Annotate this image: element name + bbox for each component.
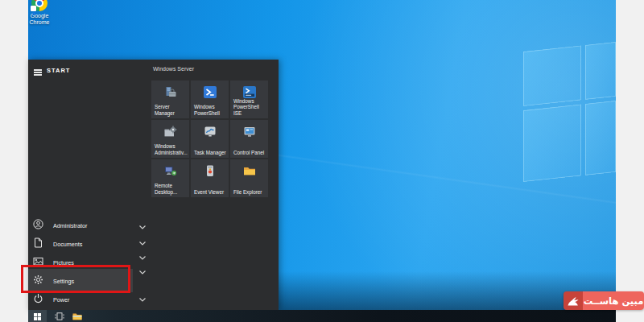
taskbar <box>28 310 616 322</box>
remote-desktop-icon <box>163 164 177 181</box>
gear-icon <box>33 274 43 288</box>
tile-file-explorer[interactable]: File Explorer <box>230 159 268 197</box>
rail-item-label: Pictures <box>53 259 74 266</box>
task-manager-icon <box>203 125 217 142</box>
logo-pane <box>523 104 581 182</box>
power-icon <box>33 292 43 307</box>
tile-windows-administrative-tools[interactable]: WindowsAdministrativ... <box>151 120 189 158</box>
file-explorer-icon <box>72 309 82 322</box>
windows-logo-wallpaper <box>523 42 616 182</box>
start-menu: START Windows Server Server Manager Wind… <box>28 60 279 310</box>
tile-group-title: Windows Server <box>153 66 194 72</box>
tile-windows-powershell[interactable]: WindowsPowerShell <box>191 80 229 118</box>
tile-label: Task Manager <box>194 150 227 155</box>
file-explorer-icon <box>242 164 256 181</box>
shortcut-arrow-icon <box>31 6 36 11</box>
logo-pane <box>585 101 616 175</box>
tile-server-manager[interactable]: Server Manager <box>151 80 189 118</box>
tile-label: WindowsPowerShell <box>194 104 227 116</box>
tile-label: WindowsAdministrativ... <box>155 143 188 155</box>
file-explorer-taskbar-button[interactable] <box>68 310 86 322</box>
chrome-shortcut-label: Google Chrome <box>23 13 56 27</box>
tile-remote-desktop[interactable]: RemoteDesktop... <box>151 159 189 197</box>
rail-item-label: Documents <box>53 241 82 248</box>
chevron-down-icon[interactable] <box>138 250 147 255</box>
logo-pane <box>523 45 581 106</box>
control-panel-icon <box>242 125 256 142</box>
chevron-down-icon[interactable] <box>138 235 147 241</box>
watermark-bird-icon <box>564 291 583 310</box>
tile-label: File Explorer <box>233 189 266 195</box>
rail-item-administrator[interactable]: Administrator <box>28 216 133 235</box>
user-icon <box>33 218 43 233</box>
tile-task-manager[interactable]: Task Manager <box>191 120 229 158</box>
start-button[interactable] <box>28 310 47 322</box>
watermark-text: مبین هاســت <box>583 291 644 310</box>
tile-grid: Server Manager WindowsPowerShell Windows… <box>151 80 270 197</box>
tile-windows-powershell-ise[interactable]: WindowsPowerShell ISE <box>230 80 268 118</box>
tile-label: Server Manager <box>155 104 188 116</box>
chrome-desktop-shortcut[interactable]: Google Chrome <box>23 0 56 27</box>
rail-item-label: Settings <box>53 278 74 285</box>
rail-item-power[interactable]: Power <box>28 290 133 309</box>
task-view-icon <box>55 309 64 322</box>
chevron-down-icon[interactable] <box>138 264 147 270</box>
event-viewer-icon <box>203 164 217 181</box>
tile-label: WindowsPowerShell ISE <box>233 98 266 116</box>
tile-label: Event Viewer <box>194 189 227 195</box>
server-manager-icon <box>163 85 177 102</box>
tile-event-viewer[interactable]: Event Viewer <box>191 159 229 197</box>
start-menu-title: START <box>47 67 70 74</box>
windows-start-icon <box>34 309 41 322</box>
rail-item-settings[interactable]: Settings <box>28 271 133 291</box>
powershell-icon <box>203 85 217 102</box>
chevron-down-icon[interactable] <box>138 291 147 297</box>
tile-label: RemoteDesktop... <box>155 183 188 195</box>
watermark-badge: مبین هاســت <box>564 291 644 310</box>
chevron-down-icon[interactable] <box>138 219 147 225</box>
rail-item-pictures[interactable]: Pictures <box>28 253 133 272</box>
document-icon <box>33 237 43 251</box>
tile-control-panel[interactable]: Control Panel <box>230 120 268 158</box>
picture-icon <box>33 255 43 270</box>
rail-item-label: Power <box>53 296 69 303</box>
admin-tools-icon <box>163 125 177 142</box>
task-view-button[interactable] <box>51 310 68 322</box>
hamburger-menu-icon[interactable] <box>34 69 42 76</box>
rail-item-label: Administrator <box>53 222 87 229</box>
chevron-down-icon[interactable] <box>138 303 147 309</box>
logo-pane <box>585 42 616 100</box>
tile-label: Control Panel <box>233 150 266 155</box>
rail-item-documents[interactable]: Documents <box>28 234 133 254</box>
screen: Google Chrome START Windows Server Serve… <box>0 0 644 322</box>
